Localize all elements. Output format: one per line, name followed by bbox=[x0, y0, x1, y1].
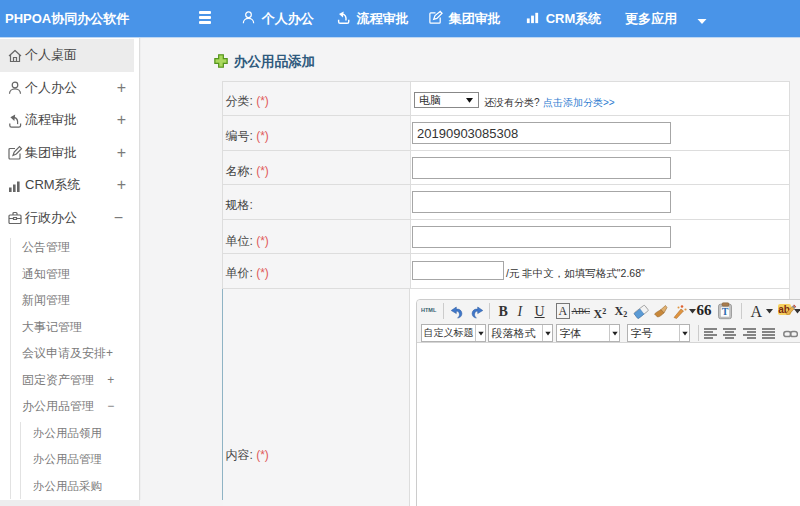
svg-text:T: T bbox=[721, 306, 728, 317]
